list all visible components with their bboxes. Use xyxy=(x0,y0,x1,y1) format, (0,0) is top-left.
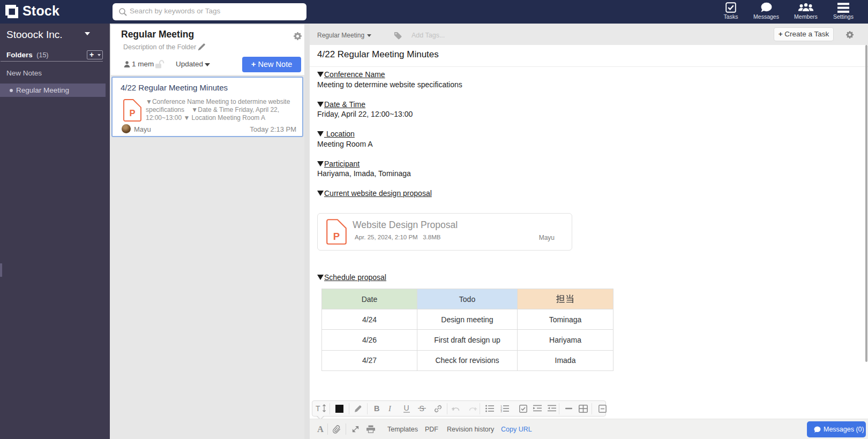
svg-text:P: P xyxy=(333,231,340,242)
svg-text:I: I xyxy=(388,404,392,413)
svg-text:P: P xyxy=(130,108,136,118)
svg-text:B: B xyxy=(374,404,379,413)
svg-text:U: U xyxy=(404,404,409,412)
svg-text:T: T xyxy=(316,404,320,413)
svg-text:3: 3 xyxy=(500,410,502,412)
